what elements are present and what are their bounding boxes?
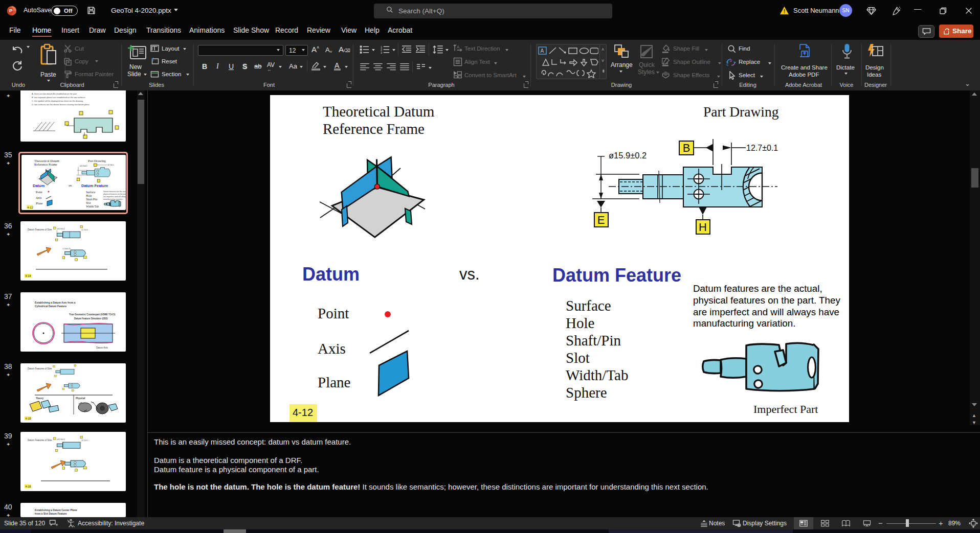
svg-text:ø15.9±0.2: ø15.9±0.2 <box>609 151 647 160</box>
svg-text:Part Drawing: Part Drawing <box>88 159 106 163</box>
svg-text:Plane: Plane <box>36 202 43 205</box>
svg-text:Physical: Physical <box>76 397 85 400</box>
svg-text:Width/Tab: Width/Tab <box>86 205 99 208</box>
svg-text:Slot: Slot <box>86 201 91 204</box>
svg-text:physical features on the part.: physical features on the part. They <box>103 193 126 195</box>
svg-text:3: 3 <box>381 51 382 54</box>
svg-text:12.7±0.1: 12.7±0.1 <box>107 164 114 166</box>
svg-text:from a Slot Datum Feature: from a Slot Datum Feature <box>35 512 67 515</box>
svg-text:P: P <box>9 8 13 13</box>
svg-text:Cylindrical Datum Feature: Cylindrical Datum Feature <box>35 305 66 308</box>
svg-text:A: A <box>541 48 544 54</box>
svg-text:B: B <box>683 142 691 154</box>
svg-text:Point: Point <box>36 191 42 194</box>
svg-text:A. there are two datum Bs e: A. there are two datum Bs established on… <box>32 92 77 95</box>
svg-text:ø15.9±0.2: ø15.9±0.2 <box>80 165 87 167</box>
svg-text:4-15: 4-15 <box>26 417 31 420</box>
svg-text:c: c <box>726 62 728 67</box>
svg-text:12.7±0.1: 12.7±0.1 <box>81 439 88 442</box>
svg-text:ø15.9±0.2: ø15.9±0.2 <box>57 228 64 230</box>
svg-text:Surface: Surface <box>86 191 96 194</box>
svg-text:!: ! <box>784 8 786 14</box>
svg-text:are imperfect and will always: are imperfect and will always have <box>103 196 126 198</box>
svg-text:4-12: 4-12 <box>27 206 34 209</box>
svg-text:Datum Features of Size: Datum Features of Size <box>28 228 52 231</box>
svg-text:∅13±0.25: ∅13±0.25 <box>62 248 71 250</box>
svg-text:Reference Frame: Reference Frame <box>34 163 57 166</box>
svg-text:4-14: 4-14 <box>26 274 31 277</box>
svg-text:Datum Features of Size: Datum Features of Size <box>28 439 52 442</box>
svg-text:Datum Feature: Datum Feature <box>81 183 108 188</box>
svg-text:ø15.9±0.2: ø15.9±0.2 <box>57 438 64 441</box>
svg-text:Axis: Axis <box>36 196 42 199</box>
svg-text:Theoretical Datum: Theoretical Datum <box>34 159 59 163</box>
svg-text:Establishing a Datum Center Pl: Establishing a Datum Center Plane <box>35 508 77 512</box>
svg-text:b: b <box>730 58 732 63</box>
svg-text:Shaft/Pin: Shaft/Pin <box>86 198 97 201</box>
svg-text:H: H <box>699 221 707 234</box>
svg-text:vs.: vs. <box>69 184 73 187</box>
svg-text:Datum Features of Size: Datum Features of Size <box>28 367 52 370</box>
svg-text:B. two separate planes are: B. two separate planes are established o… <box>32 96 85 99</box>
svg-text:Hole: Hole <box>86 194 92 197</box>
svg-text:Establishing a Datum Axis from: Establishing a Datum Axis from a <box>35 301 75 304</box>
svg-text:Datum: Datum <box>33 183 45 188</box>
svg-text:Datum features are the actual: Datum features are the actual <box>103 191 126 193</box>
svg-text:Datum Axis: Datum Axis <box>96 346 108 349</box>
svg-text:True Geometric Counterpart (AS: True Geometric Counterpart (ASME Y14.5) <box>69 313 116 316</box>
svg-text:Theory: Theory <box>36 397 44 400</box>
svg-text:E: E <box>597 214 605 226</box>
svg-text:Datum Feature Simulator (ISO): Datum Feature Simulator (ISO) <box>74 317 108 320</box>
svg-text:4-16: 4-16 <box>26 485 31 488</box>
svg-text:12.7±0.1: 12.7±0.1 <box>81 229 88 231</box>
svg-text:A: A <box>457 45 460 50</box>
svg-text:D. two surfaces are the dat: D. two surfaces are the datum feature cr… <box>32 103 90 106</box>
svg-text:12.7±0.1: 12.7±0.1 <box>746 144 778 152</box>
svg-text:manufacturing variation.: manufacturing variation. <box>103 198 123 200</box>
svg-text:C. the symbol will be displ: C. the symbol will be displayed two time… <box>32 100 83 102</box>
